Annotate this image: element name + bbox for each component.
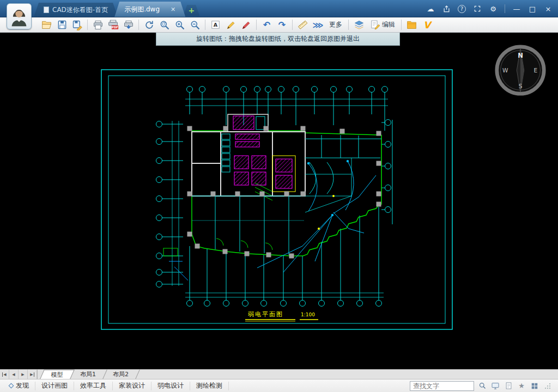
- user-avatar[interactable]: [7, 3, 32, 29]
- statusbar-item-design-draw[interactable]: 设计画图: [35, 382, 74, 390]
- zoom-out-button[interactable]: [187, 18, 202, 32]
- pen-markup-button[interactable]: [223, 18, 238, 32]
- prev-sheet-button[interactable]: ◀: [9, 370, 19, 379]
- save-as-button[interactable]: [70, 18, 84, 32]
- grid-icon: [531, 382, 538, 390]
- more-tools-label: 更多: [329, 20, 342, 29]
- search-icon: [478, 382, 487, 390]
- edit-pencil-icon: [370, 20, 380, 30]
- notes-button[interactable]: [504, 381, 513, 391]
- statusbar-item-survey-check[interactable]: 测绘检测: [190, 382, 229, 390]
- status-bar: 发现 设计画图 效率工具 家装设计 弱电设计 测绘检测 ★: [0, 379, 558, 392]
- compass-north-label: N: [518, 52, 523, 59]
- resize-grip[interactable]: [543, 381, 553, 391]
- document-icon: [505, 382, 513, 390]
- drawing-title: 弱电平面图: [248, 311, 283, 318]
- rotate-compass-widget[interactable]: N E S W: [494, 44, 547, 96]
- yellow-folder-icon: [406, 19, 417, 30]
- toolbar-separator: [87, 20, 88, 30]
- tab-close-icon[interactable]: ✕: [171, 6, 175, 13]
- toolbar-separator: [292, 20, 293, 30]
- drawing-canvas[interactable]: 旋转图纸：拖拽轮盘旋转图纸，双击轮盘返回原图并退出: [0, 33, 558, 369]
- compass-east-label: E: [534, 67, 538, 74]
- batch-print-button[interactable]: [121, 18, 136, 32]
- rotate-icon: [144, 20, 155, 30]
- sheet-tab-layout1[interactable]: 布局1: [69, 370, 107, 379]
- search-button[interactable]: [477, 381, 487, 391]
- cad-viewport[interactable]: 弱电平面图 1:100: [0, 33, 558, 369]
- maximize-button[interactable]: □: [528, 4, 537, 13]
- continuous-measure-button[interactable]: ⋙: [311, 18, 325, 32]
- tab-home[interactable]: CAD迷你看图-首页: [34, 3, 118, 17]
- text-tool-icon: A: [210, 20, 221, 30]
- statusbar-item-home-design[interactable]: 家装设计: [113, 382, 151, 390]
- window-controls: ☁ ? ⚙ — □ ×: [426, 0, 553, 17]
- layers-icon: [354, 20, 365, 30]
- edit-mode-label: 编辑: [382, 20, 395, 29]
- titlebar-separator: [505, 4, 505, 13]
- highlight-markup-button[interactable]: [239, 18, 253, 32]
- text-markup-button[interactable]: A: [208, 18, 223, 32]
- pdf-export-button[interactable]: PDF: [106, 18, 120, 32]
- toolbar-separator: [401, 20, 402, 30]
- paper-border: [101, 70, 452, 329]
- rotate-hint-bar: 旋转图纸：拖拽轮盘旋转图纸，双击轮盘返回原图并退出: [156, 33, 400, 46]
- open-file-button[interactable]: [39, 18, 54, 32]
- tab-drawing[interactable]: 示例图.dwg ✕: [114, 2, 185, 17]
- new-tab-button[interactable]: +: [183, 5, 199, 16]
- drawing-manager-button[interactable]: [404, 18, 419, 32]
- statusbar-item-elv-design[interactable]: 弱电设计: [151, 382, 190, 390]
- sheet-tabs: 模型 布局1 布局2: [42, 370, 137, 379]
- open-folder-icon: [41, 19, 52, 30]
- measure-button[interactable]: [295, 18, 310, 32]
- favorite-button[interactable]: ★: [517, 381, 526, 391]
- sheet-tab-layout2[interactable]: 布局2: [102, 370, 140, 379]
- app-window: CAD迷你看图-首页 示例图.dwg ✕ + ☁ ? ⚙ — □ ×: [0, 0, 558, 392]
- save-floppy-icon: [57, 20, 68, 30]
- tab-drawing-label: 示例图.dwg: [124, 5, 160, 14]
- zoom-in-button[interactable]: [172, 18, 187, 32]
- zoom-extents-icon: [159, 20, 170, 30]
- first-sheet-button[interactable]: ◀: [0, 370, 9, 379]
- rotate-view-button[interactable]: [142, 18, 156, 32]
- toolbar-separator: [348, 20, 349, 30]
- minimize-button[interactable]: —: [512, 4, 521, 13]
- find-text-input[interactable]: [410, 381, 474, 391]
- help-icon[interactable]: ?: [458, 5, 466, 13]
- main-toolbar: PDF A ↶ ↷: [0, 17, 558, 33]
- edit-mode-button[interactable]: 编辑: [367, 18, 398, 32]
- layers-button[interactable]: [351, 18, 366, 32]
- compass-south-label: S: [519, 83, 523, 89]
- statusbar-right-tools: ★: [410, 381, 555, 391]
- print-button[interactable]: [90, 18, 105, 32]
- batch-print-icon: [123, 20, 134, 30]
- sheet-tab-bar: ◀ ◀ ▶ ▶ 模型 布局1 布局2: [0, 369, 558, 379]
- pdf-printer-icon: PDF: [107, 19, 119, 30]
- save-button[interactable]: [54, 18, 69, 32]
- fullscreen-icon[interactable]: [473, 4, 482, 13]
- vip-icon: V: [423, 20, 430, 30]
- elevator-blocks: [233, 116, 292, 188]
- star-icon: ★: [518, 382, 525, 390]
- last-sheet-button[interactable]: ▶: [28, 370, 37, 379]
- vip-button[interactable]: V: [420, 18, 434, 32]
- settings-gear-icon[interactable]: ⚙: [489, 4, 498, 13]
- screen-view-button[interactable]: [490, 381, 500, 391]
- svg-text:PDF: PDF: [112, 26, 118, 29]
- toolbar-separator: [256, 20, 257, 30]
- apps-button[interactable]: [530, 381, 539, 391]
- statusbar-item-discover[interactable]: 发现: [3, 382, 35, 390]
- share-icon[interactable]: [442, 4, 451, 13]
- sheet-tab-model[interactable]: 模型: [40, 370, 75, 379]
- undo-button[interactable]: ↶: [259, 18, 274, 32]
- statusbar-item-efficiency-tools[interactable]: 效率工具: [74, 382, 113, 390]
- redo-button[interactable]: ↷: [275, 18, 289, 32]
- next-sheet-button[interactable]: ▶: [19, 370, 28, 379]
- zoom-extents-button[interactable]: [157, 18, 172, 32]
- avatar-person-icon: [9, 5, 29, 27]
- titlebar: CAD迷你看图-首页 示例图.dwg ✕ + ☁ ? ⚙ — □ ×: [0, 0, 558, 17]
- cloud-sync-icon[interactable]: ☁: [426, 4, 435, 13]
- close-button[interactable]: ×: [544, 4, 553, 13]
- tab-strip: CAD迷你看图-首页 示例图.dwg ✕ +: [34, 0, 199, 17]
- more-tools-button[interactable]: 更多: [326, 18, 345, 32]
